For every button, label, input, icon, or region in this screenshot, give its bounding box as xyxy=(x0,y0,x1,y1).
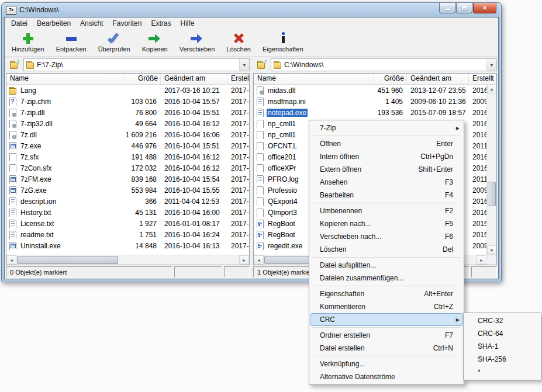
file-row[interactable]: 7-zip.chm103 0162016-10-04 15:572017-0 xyxy=(6,96,249,107)
dropdown-arrow-icon[interactable]: ▼ xyxy=(239,59,249,71)
context-menu-item-eigenschaften[interactable]: EigenschaftenAlt+Enter xyxy=(310,287,462,300)
column-header-erstellt[interactable]: Erstellt xyxy=(227,74,249,84)
file-name: descript.ion xyxy=(19,197,57,206)
context-menu-item-7-zip[interactable]: 7-Zip▶ xyxy=(310,122,462,134)
maximize-button[interactable] xyxy=(456,3,472,13)
menu-bearbeiten[interactable]: Bearbeiten xyxy=(32,18,75,29)
test-button[interactable]: Überprüfen xyxy=(94,30,135,53)
column-header-erstellt[interactable]: Erstellt xyxy=(469,74,496,84)
file-row[interactable]: notepad.exe193 5362015-07-09 18:572016-0 xyxy=(254,107,486,118)
file-created: 2017-0 xyxy=(227,175,249,183)
file-row[interactable]: 7zG.exe553 9842016-10-04 15:552017-0 xyxy=(6,185,249,196)
toolbar-button-label: Verschieben xyxy=(179,46,215,53)
scroll-down-button[interactable]: ▼ xyxy=(487,245,496,255)
move-button[interactable]: Verschieben xyxy=(175,30,220,53)
context-menu-item-extern-öffnen[interactable]: Extern öffnenShift+Enter xyxy=(310,163,462,176)
left-path-combo[interactable]: F:\7-Zip\ ▼ xyxy=(23,58,250,71)
scroll-left-button[interactable]: ◄ xyxy=(254,255,264,265)
copy-button[interactable]: Kopieren xyxy=(137,30,172,53)
menu-datei[interactable]: Datei xyxy=(6,18,32,29)
context-menu-item-datei-erstellen[interactable]: Datei erstellenCtrl+N xyxy=(310,342,462,355)
column-header-name[interactable]: Name xyxy=(6,74,123,84)
menu-ansicht[interactable]: Ansicht xyxy=(75,18,108,29)
scroll-thumb[interactable] xyxy=(488,182,496,206)
column-header-geändert-am[interactable]: Geändert am xyxy=(407,74,469,84)
file-created: 2017-0 xyxy=(227,131,249,139)
minimize-button[interactable] xyxy=(439,3,455,13)
scroll-track[interactable] xyxy=(16,255,239,265)
file-row[interactable]: 7z.sfx191 4882016-10-04 16:122017-0 xyxy=(6,151,249,162)
column-header-größe[interactable]: Größe xyxy=(123,74,161,84)
menu-extras[interactable]: Extras xyxy=(146,18,175,29)
scroll-right-button[interactable]: ► xyxy=(477,255,486,265)
column-header-geändert-am[interactable]: Geändert am xyxy=(161,74,227,84)
scroll-track[interactable] xyxy=(487,93,496,245)
file-row[interactable]: 7zFM.exe839 1682016-10-04 15:542017-0 xyxy=(6,174,249,185)
file-modified: 2017-03-16 10:21 xyxy=(161,86,227,95)
add-button[interactable]: Hinzufügen xyxy=(7,30,49,53)
title-bar[interactable]: 7z C:\Windows\ × xyxy=(4,3,499,17)
left-parent-folder-button[interactable]: ↑ xyxy=(6,58,21,71)
menu-favoriten[interactable]: Favoriten xyxy=(108,18,146,29)
right-vertical-scrollbar[interactable]: ▲ ▼ xyxy=(486,84,496,255)
dll-icon xyxy=(256,86,264,95)
properties-button[interactable]: Eigenschaften xyxy=(258,30,308,53)
context-menu-item-bearbeiten[interactable]: BearbeitenF4 xyxy=(310,189,462,202)
context-menu-item-datei-aufsplitten[interactable]: Datei aufsplitten... xyxy=(310,259,462,272)
delete-button[interactable]: Löschen xyxy=(222,30,256,53)
crc-submenu-item-sha-1[interactable]: SHA-1 xyxy=(465,340,540,353)
column-header-name[interactable]: Name xyxy=(254,74,374,84)
crc-submenu-item-*[interactable]: * xyxy=(465,366,540,379)
file-row[interactable]: 7zCon.sfx172 0322016-10-04 16:122017-0 xyxy=(6,162,249,174)
file-row[interactable]: Uninstall.exe14 8482016-10-04 16:132017-… xyxy=(6,240,249,251)
file-row[interactable]: 7z.exe446 9762016-10-04 15:512017-0 xyxy=(6,140,249,151)
file-size: 366 xyxy=(123,197,161,206)
context-menu-item-kopieren-nach[interactable]: Kopieren nach...F5 xyxy=(310,217,462,230)
file-row[interactable]: 7z.dll1 609 2162016-10-04 16:062017-0 xyxy=(6,129,249,140)
ini-icon xyxy=(256,98,264,106)
scroll-left-button[interactable]: ◄ xyxy=(6,255,16,265)
context-menu-item-crc[interactable]: CRC▶ xyxy=(310,313,462,326)
context-menu-item-ansehen[interactable]: AnsehenF3 xyxy=(310,176,462,189)
column-header-größe[interactable]: Größe xyxy=(374,74,407,84)
dropdown-arrow-icon[interactable]: ▼ xyxy=(486,59,496,71)
file-row[interactable]: History.txt45 1312016-10-04 16:002017-0 xyxy=(6,207,249,218)
context-menu-item-umbenennen[interactable]: UmbenennenF2 xyxy=(310,204,462,217)
crc-submenu-item-crc-32[interactable]: CRC-32 xyxy=(465,314,540,327)
right-address-row: ↑ C:\Windows\ ▼ xyxy=(253,58,497,72)
file-row[interactable]: readme.txt1 7512016-10-04 16:242017-0 xyxy=(6,229,249,240)
file-row[interactable]: midas.dll451 9602013-12-07 23:552016-0 xyxy=(254,85,486,96)
context-menu-item-verknüpfung[interactable]: Verknüpfung... xyxy=(310,358,462,370)
scroll-up-button[interactable]: ▲ xyxy=(487,84,496,93)
context-menu-item-dateien-zusammenfügen[interactable]: Dateien zusammenfügen... xyxy=(310,272,462,285)
file-row[interactable]: descript.ion3662011-04-04 12:532017-0 xyxy=(6,196,249,207)
context-menu-item-löschen[interactable]: LöschenDel xyxy=(310,243,462,256)
right-parent-folder-button[interactable]: ↑ xyxy=(253,58,268,71)
reg-icon xyxy=(256,220,264,228)
context-menu-item-intern-öffnen[interactable]: Intern öffnenCtrl+PgDn xyxy=(310,150,462,163)
file-size: 103 016 xyxy=(123,98,161,106)
scroll-thumb[interactable] xyxy=(17,256,118,264)
file-row[interactable]: msdfmap.ini1 4052009-06-10 21:362009-0 xyxy=(254,96,486,107)
close-button[interactable]: × xyxy=(473,3,496,13)
file-name-cell: History.txt xyxy=(6,209,123,217)
context-menu-item-öffnen[interactable]: ÖffnenEnter xyxy=(310,137,462,150)
right-path-combo[interactable]: C:\Windows\ ▼ xyxy=(271,58,497,71)
file-row[interactable]: 7-zip32.dll49 6642016-10-04 16:122017-0 xyxy=(6,118,249,129)
menu-hilfe[interactable]: Hilfe xyxy=(175,18,199,29)
context-menu-item-kommentieren[interactable]: KommentierenCtrl+Z xyxy=(310,300,462,313)
file-created: 2009-0 xyxy=(469,98,486,106)
file-row[interactable]: Lang2017-03-16 10:212017-0 xyxy=(6,85,249,96)
crc-submenu-item-crc-64[interactable]: CRC-64 xyxy=(465,327,540,340)
notepad-icon xyxy=(256,109,264,117)
scroll-right-button[interactable]: ► xyxy=(239,255,249,265)
file-row[interactable]: License.txt1 9272016-01-01 08:172017-0 xyxy=(6,218,249,229)
left-horizontal-scrollbar[interactable]: ◄ ► xyxy=(6,255,249,265)
file-row[interactable]: 7-zip.dll76 8002016-10-04 15:512017-0 xyxy=(6,107,249,118)
extract-button[interactable]: Entpacken xyxy=(51,30,91,53)
context-menu-item-ordner-erstellen[interactable]: Ordner erstellenF7 xyxy=(310,329,462,342)
crc-submenu-item-sha-256[interactable]: SHA-256 xyxy=(465,353,540,366)
left-column-headers: NameGrößeGeändert amErstellt xyxy=(6,74,249,85)
context-menu-item-verschieben-nach[interactable]: Verschieben nach...F6 xyxy=(310,230,462,243)
context-menu-item-alternative-datenströme[interactable]: Alternative Datenströme xyxy=(310,370,462,383)
